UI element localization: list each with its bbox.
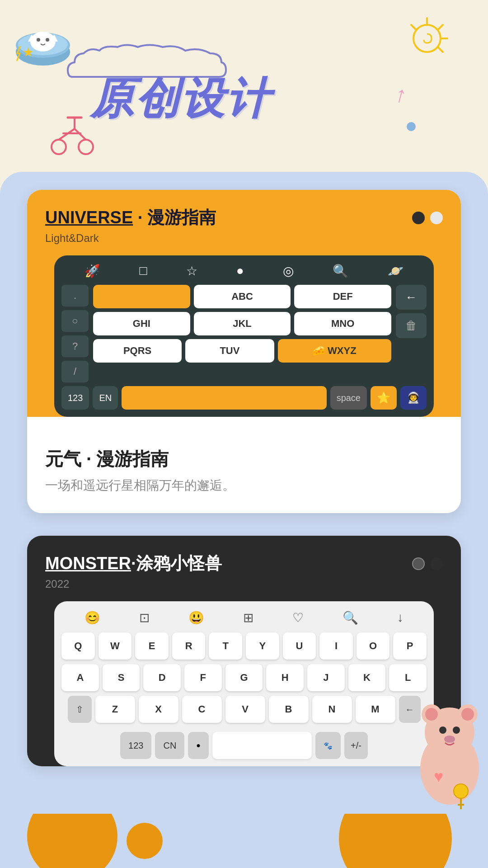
kb-space[interactable] <box>122 386 326 410</box>
mkb-bottom-row: 123 CN ● 🐾 +/- <box>61 732 427 759</box>
mkb-num[interactable]: 123 <box>120 732 151 759</box>
mkb-x[interactable]: X <box>139 696 178 723</box>
monster-title-row: MONSTER·涂鸦小怪兽 <box>45 552 443 575</box>
kb-icon-note: □ <box>139 264 147 278</box>
kb-backspace[interactable]: ← <box>396 285 427 310</box>
mkb-m[interactable]: M <box>356 696 395 723</box>
mkb-a[interactable]: A <box>61 664 99 691</box>
keyboard-left-col: . ○ ? / <box>61 285 89 382</box>
monster-keyboard-mockup: 😊 ⊡ 😃 ⊞ ♡ 🔍 ↓ Q W E R T <box>54 601 434 766</box>
main-title: 原创设计 <box>90 70 271 129</box>
svg-point-30 <box>453 726 460 734</box>
mkb-q[interactable]: Q <box>61 632 95 660</box>
mkb-n[interactable]: N <box>312 696 352 723</box>
monster-header: MONSTER·涂鸦小怪兽 2022 😊 ⊡ 😃 ⊞ ♡ 🔍 ↓ <box>27 536 461 766</box>
dark-theme-dot[interactable] <box>412 212 425 224</box>
light-theme-dot[interactable] <box>430 212 443 224</box>
kb-icon-rocket: 🚀 <box>84 264 100 278</box>
mkb-t[interactable]: T <box>209 632 242 660</box>
kb-punct-circle[interactable]: ○ <box>61 310 89 332</box>
monster-dark-dot[interactable] <box>430 557 443 570</box>
svg-point-28 <box>461 708 474 721</box>
svg-point-27 <box>425 708 438 721</box>
monster-card-title: MONSTER·涂鸦小怪兽 <box>45 552 222 575</box>
deco-dot-blue <box>407 122 416 131</box>
mkb-u[interactable]: U <box>283 632 316 660</box>
mkb-g[interactable]: G <box>225 664 263 691</box>
kb-en-key[interactable]: EN <box>93 386 118 410</box>
mkb-b[interactable]: B <box>269 696 309 723</box>
mkb-j[interactable]: J <box>307 664 345 691</box>
monster-keyboard-rows: Q W E R T Y U I O P A S <box>61 632 427 759</box>
mkb-return[interactable]: +/- <box>344 732 368 759</box>
mkb-row-1: Q W E R T Y U I O P <box>61 632 427 660</box>
keyboard-main: . ○ ? / ABC DEF GHI <box>61 285 427 382</box>
svg-text:♥: ♥ <box>434 767 443 786</box>
mkb-d[interactable]: D <box>143 664 181 691</box>
mkb-icon-search: 🔍 <box>343 610 358 625</box>
mkb-cn[interactable]: CN <box>155 732 184 759</box>
mkb-icon-heart: ♡ <box>292 610 304 625</box>
kb-key-pqrs[interactable]: PQRS <box>93 339 182 363</box>
mkb-row-3: ⇧ Z X C V B N M ← <box>61 696 427 723</box>
svg-line-13 <box>438 47 443 52</box>
svg-line-14 <box>411 25 416 29</box>
mkb-p[interactable]: P <box>393 632 427 660</box>
kb-key-jkl[interactable]: JKL <box>194 312 291 335</box>
monster-theme-dots[interactable] <box>412 557 443 570</box>
svg-point-33 <box>454 784 468 798</box>
mkb-shift[interactable]: ⇧ <box>68 696 92 723</box>
svg-point-31 <box>444 736 455 743</box>
kb-star-key[interactable]: ⭐ <box>371 386 397 410</box>
mkb-k[interactable]: K <box>348 664 386 691</box>
kb-key-abc[interactable]: ABC <box>194 285 291 308</box>
keyboard-right-col: ← 🗑 <box>396 285 427 382</box>
svg-point-5 <box>46 38 49 42</box>
svg-point-4 <box>37 38 40 42</box>
mkb-f[interactable]: F <box>184 664 222 691</box>
theme-dots[interactable] <box>412 212 443 224</box>
kb-num-key[interactable]: 123 <box>61 386 89 410</box>
kb-icon-circle: ● <box>236 264 244 278</box>
mkb-c[interactable]: C <box>182 696 222 723</box>
monster-subtitle: 2022 <box>45 578 443 590</box>
deco-sun-icon <box>402 14 452 63</box>
kb-icon-star: ☆ <box>186 264 197 278</box>
mkb-r[interactable]: R <box>172 632 206 660</box>
mkb-h[interactable]: H <box>266 664 304 691</box>
mkb-y[interactable]: Y <box>246 632 279 660</box>
mkb-v[interactable]: V <box>225 696 265 723</box>
kb-key-blank[interactable] <box>93 285 190 308</box>
monster-card: MONSTER·涂鸦小怪兽 2022 😊 ⊡ 😃 ⊞ ♡ 🔍 ↓ <box>27 536 461 766</box>
kb-punct-dot[interactable]: . <box>61 285 89 307</box>
svg-point-29 <box>439 726 446 734</box>
keyboard-top-icons: 🚀 □ ☆ ● ◎ 🔍 🪐 <box>61 264 427 278</box>
mkb-space[interactable] <box>212 732 312 759</box>
mkb-emoji-btn[interactable]: ● <box>188 732 209 759</box>
universe-card-title: UNIVERSE · 漫游指南 <box>45 206 216 229</box>
kb-delete[interactable]: 🗑 <box>396 313 427 338</box>
deco-bear: ♥ <box>411 669 488 814</box>
svg-point-9 <box>413 25 441 52</box>
mkb-sticker[interactable]: 🐾 <box>315 732 341 759</box>
mkb-z[interactable]: Z <box>95 696 135 723</box>
universe-header: UNIVERSE · 漫游指南 Light&Dark 🚀 □ ☆ ● ◎ 🔍 <box>27 190 461 417</box>
kb-space-label[interactable]: space <box>330 386 367 410</box>
mkb-i[interactable]: I <box>319 632 353 660</box>
kb-key-def[interactable]: DEF <box>294 285 391 308</box>
mkb-e[interactable]: E <box>135 632 169 660</box>
mkb-icon-note: ⊡ <box>139 610 150 625</box>
kb-key-mno[interactable]: MNO <box>294 312 391 335</box>
kb-key-ghi[interactable]: GHI <box>93 312 190 335</box>
monster-light-dot[interactable] <box>412 557 425 570</box>
kb-key-wxyz[interactable]: 🧀 WXYZ <box>278 339 392 363</box>
mkb-w[interactable]: W <box>99 632 132 660</box>
kb-punct-question[interactable]: ? <box>61 335 89 357</box>
kb-key-tuv[interactable]: TUV <box>185 339 274 363</box>
mkb-icon-grid: ⊞ <box>243 610 253 625</box>
kb-astro-key[interactable]: 👨‍🚀 <box>400 386 427 410</box>
kb-punct-slash[interactable]: / <box>61 361 89 382</box>
mkb-o[interactable]: O <box>357 632 390 660</box>
universe-keyboard-mockup: 🚀 □ ☆ ● ◎ 🔍 🪐 . ○ ? / <box>54 255 434 417</box>
mkb-s[interactable]: S <box>103 664 140 691</box>
